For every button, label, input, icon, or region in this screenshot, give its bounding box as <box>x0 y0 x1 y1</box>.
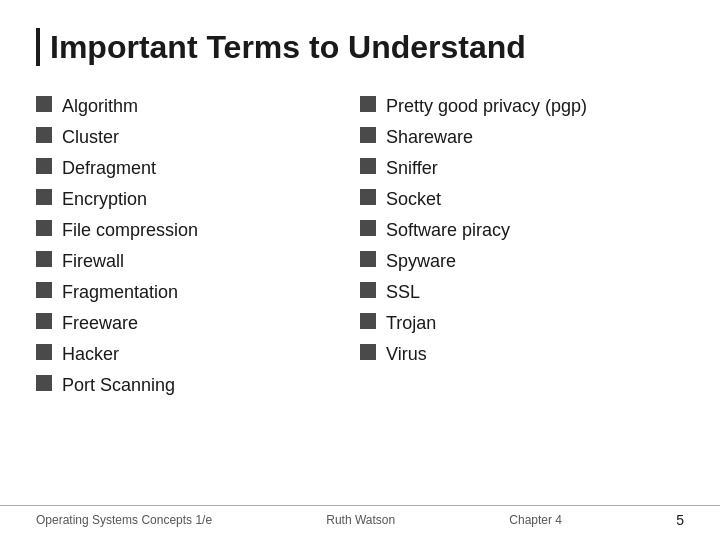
list-item: Hacker <box>36 338 360 369</box>
item-text: Shareware <box>386 127 473 148</box>
footer: Operating Systems Concepts 1/e Ruth Wats… <box>0 505 720 528</box>
item-text: Pretty good privacy (pgp) <box>386 96 587 117</box>
bullet-icon <box>360 282 376 298</box>
footer-chapter: Chapter 4 <box>509 513 562 527</box>
list-item: Freeware <box>36 307 360 338</box>
list-item: SSL <box>360 276 684 307</box>
item-text: Socket <box>386 189 441 210</box>
item-text: Freeware <box>62 313 138 334</box>
item-text: Fragmentation <box>62 282 178 303</box>
slide-container: Important Terms to Understand AlgorithmC… <box>0 0 720 540</box>
list-item: Trojan <box>360 307 684 338</box>
list-item: Socket <box>360 183 684 214</box>
item-text: Encryption <box>62 189 147 210</box>
list-item: Port Scanning <box>36 369 360 400</box>
list-item: Spyware <box>360 245 684 276</box>
list-item: Virus <box>360 338 684 369</box>
item-text: Software piracy <box>386 220 510 241</box>
content-area: AlgorithmClusterDefragmentEncryptionFile… <box>36 90 684 400</box>
bullet-icon <box>36 282 52 298</box>
list-item: Fragmentation <box>36 276 360 307</box>
bullet-icon <box>36 375 52 391</box>
right-column: Pretty good privacy (pgp)SharewareSniffe… <box>360 90 684 400</box>
item-text: File compression <box>62 220 198 241</box>
list-item: Cluster <box>36 121 360 152</box>
list-item: Algorithm <box>36 90 360 121</box>
item-text: Defragment <box>62 158 156 179</box>
item-text: Sniffer <box>386 158 438 179</box>
item-text: SSL <box>386 282 420 303</box>
slide-title: Important Terms to Understand <box>50 28 526 66</box>
bullet-icon <box>360 189 376 205</box>
item-text: Port Scanning <box>62 375 175 396</box>
bullet-icon <box>36 158 52 174</box>
item-text: Cluster <box>62 127 119 148</box>
item-text: Hacker <box>62 344 119 365</box>
bullet-icon <box>360 158 376 174</box>
item-text: Virus <box>386 344 427 365</box>
list-item: Encryption <box>36 183 360 214</box>
list-item: Shareware <box>360 121 684 152</box>
footer-author: Ruth Watson <box>326 513 395 527</box>
list-item: Sniffer <box>360 152 684 183</box>
title-bar: Important Terms to Understand <box>36 28 684 66</box>
bullet-icon <box>36 313 52 329</box>
bullet-icon <box>360 313 376 329</box>
footer-source: Operating Systems Concepts 1/e <box>36 513 212 527</box>
bullet-icon <box>360 251 376 267</box>
item-text: Trojan <box>386 313 436 334</box>
list-item: Defragment <box>36 152 360 183</box>
list-item: Software piracy <box>360 214 684 245</box>
bullet-icon <box>36 96 52 112</box>
list-item: File compression <box>36 214 360 245</box>
item-text: Algorithm <box>62 96 138 117</box>
item-text: Firewall <box>62 251 124 272</box>
bullet-icon <box>360 127 376 143</box>
list-item: Firewall <box>36 245 360 276</box>
list-item: Pretty good privacy (pgp) <box>360 90 684 121</box>
bullet-icon <box>36 344 52 360</box>
bullet-icon <box>360 220 376 236</box>
left-column: AlgorithmClusterDefragmentEncryptionFile… <box>36 90 360 400</box>
bullet-icon <box>36 251 52 267</box>
bullet-icon <box>36 189 52 205</box>
bullet-icon <box>360 344 376 360</box>
bullet-icon <box>36 220 52 236</box>
footer-page: 5 <box>676 512 684 528</box>
item-text: Spyware <box>386 251 456 272</box>
bullet-icon <box>36 127 52 143</box>
bullet-icon <box>360 96 376 112</box>
